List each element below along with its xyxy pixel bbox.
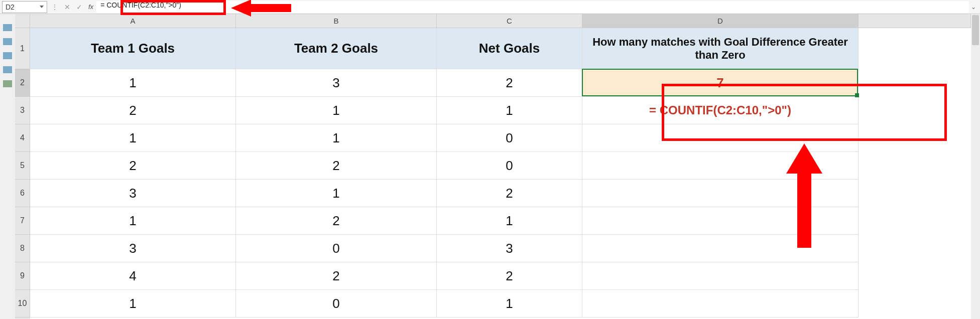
expand-formula-bar-icon[interactable]: ⌄ <box>969 4 978 11</box>
column-header-empty[interactable] <box>859 14 971 28</box>
row-header[interactable]: 1 <box>15 28 30 69</box>
cell[interactable]: 3 <box>437 235 582 262</box>
formula-bar: D2 ⋮ ✕ ✓ fx = COUNTIF(C2:C10,">0") ⌄ <box>0 0 980 14</box>
cell[interactable]: 3 <box>30 235 236 262</box>
cells-area[interactable]: Team 1 GoalsTeam 2 GoalsNet GoalsHow man… <box>30 28 971 319</box>
row-headers: 12345678910 <box>15 28 30 319</box>
cell[interactable] <box>582 290 859 317</box>
column-header[interactable]: C <box>437 14 582 28</box>
cell[interactable]: 2 <box>236 152 437 180</box>
cancel-formula-icon[interactable]: ✕ <box>62 2 72 12</box>
cell[interactable]: 1 <box>437 207 582 235</box>
cell[interactable]: 2 <box>437 69 582 97</box>
formula-input[interactable]: = COUNTIF(C2:C10,">0") <box>96 1 969 13</box>
rail-icon[interactable] <box>3 66 12 73</box>
row-header[interactable]: 4 <box>15 124 30 152</box>
cell[interactable]: 0 <box>437 124 582 152</box>
enter-formula-icon[interactable]: ✓ <box>74 2 84 12</box>
rail-icon[interactable] <box>3 80 12 87</box>
header-cell[interactable]: Team 2 Goals <box>236 28 437 69</box>
row-header[interactable]: 2 <box>15 69 30 97</box>
row-header[interactable]: 8 <box>15 235 30 262</box>
rail-icon[interactable] <box>3 52 12 59</box>
column-headers: ABCD <box>30 14 971 28</box>
cell[interactable]: 1 <box>236 97 437 124</box>
cell[interactable]: 2 <box>437 262 582 290</box>
header-cell[interactable]: Net Goals <box>437 28 582 69</box>
cell[interactable] <box>582 262 859 290</box>
cell[interactable]: 3 <box>30 180 236 207</box>
cell[interactable]: 1 <box>236 124 437 152</box>
name-box-value: D2 <box>6 3 15 11</box>
row-header[interactable]: 6 <box>15 180 30 207</box>
spreadsheet-grid: ABCD 12345678910 Team 1 GoalsTeam 2 Goal… <box>15 14 971 319</box>
column-header[interactable]: A <box>30 14 236 28</box>
chevron-down-icon[interactable] <box>40 6 44 8</box>
header-cell[interactable]: Team 1 Goals <box>30 28 236 69</box>
row-header[interactable]: 7 <box>15 207 30 235</box>
cell[interactable]: 2 <box>30 97 236 124</box>
cell[interactable]: 0 <box>437 152 582 180</box>
scrollbar-thumb[interactable] <box>972 15 979 45</box>
cell[interactable]: 0 <box>236 290 437 317</box>
cell[interactable] <box>582 180 859 207</box>
rail-icon[interactable] <box>3 24 12 31</box>
row-header[interactable]: 5 <box>15 152 30 180</box>
cell[interactable]: 2 <box>437 180 582 207</box>
row-header[interactable]: 10 <box>15 290 30 317</box>
separator: ⋮ <box>51 3 58 11</box>
column-header[interactable]: D <box>582 14 859 28</box>
cell[interactable]: 1 <box>437 97 582 124</box>
name-box[interactable]: D2 <box>2 1 47 13</box>
cell[interactable]: 0 <box>236 235 437 262</box>
cell[interactable]: 1 <box>236 180 437 207</box>
cell[interactable]: 2 <box>236 207 437 235</box>
cell[interactable]: 1 <box>30 290 236 317</box>
header-cell[interactable]: How many matches with Goal Difference Gr… <box>582 28 859 69</box>
column-header[interactable]: B <box>236 14 437 28</box>
select-all-corner[interactable] <box>15 14 30 28</box>
cell[interactable] <box>582 207 859 235</box>
cell[interactable]: 1 <box>30 124 236 152</box>
cell[interactable] <box>582 235 859 262</box>
cell[interactable]: 1 <box>437 290 582 317</box>
left-quick-access-rail <box>0 14 15 319</box>
cell[interactable]: 2 <box>30 152 236 180</box>
vertical-scrollbar[interactable] <box>971 14 980 319</box>
cell[interactable]: 2 <box>236 262 437 290</box>
fx-label[interactable]: fx <box>88 3 93 11</box>
cell[interactable]: 1 <box>30 69 236 97</box>
result-cell[interactable]: 7 <box>582 69 859 97</box>
cell[interactable]: 4 <box>30 262 236 290</box>
row-header[interactable]: 3 <box>15 97 30 124</box>
cell[interactable]: 3 <box>236 69 437 97</box>
formula-display-cell[interactable]: = COUNTIF(C2:C10,">0") <box>582 97 859 124</box>
row-header[interactable]: 9 <box>15 262 30 290</box>
cell[interactable]: 1 <box>30 207 236 235</box>
rail-icon[interactable] <box>3 38 12 45</box>
cell[interactable] <box>582 152 859 180</box>
cell[interactable] <box>582 124 859 152</box>
